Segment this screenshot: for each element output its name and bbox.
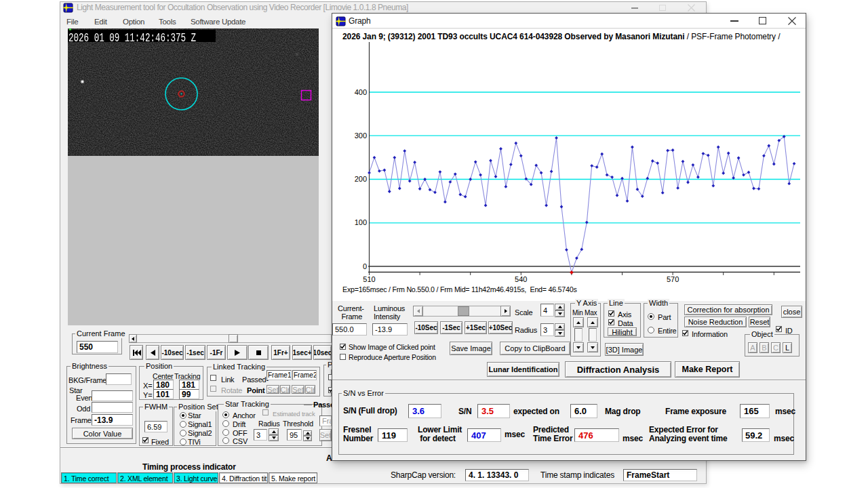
svg-text:510: 510 (363, 275, 375, 283)
svg-text:100: 100 (355, 218, 367, 226)
svg-text:0: 0 (363, 262, 367, 270)
svg-text:540: 540 (515, 275, 527, 283)
svg-text:400: 400 (355, 88, 367, 96)
svg-text:570: 570 (667, 275, 679, 283)
svg-text:200: 200 (355, 175, 367, 183)
svg-text:300: 300 (355, 131, 367, 140)
